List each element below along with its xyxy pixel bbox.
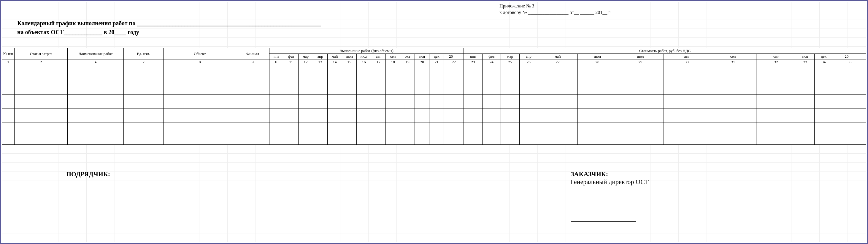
vol-may: май (327, 54, 342, 59)
cost-mar: мар (501, 54, 519, 59)
cn-4: 4 (67, 59, 124, 65)
cost-may: май (538, 54, 578, 59)
appendix-line1: Приложение № 3 (499, 3, 611, 9)
cost-oct: окт (756, 54, 796, 59)
cn-21: 21 (429, 59, 444, 65)
col-number: № п/п (2, 48, 14, 59)
cn-31: 31 (710, 59, 756, 65)
vol-nov: ноя (415, 54, 429, 59)
cn-13: 13 (313, 59, 327, 65)
cn-15: 15 (342, 59, 357, 65)
col-expense: Статья затрат (14, 48, 67, 59)
vol-jun: июн (342, 54, 357, 59)
cn-9: 9 (236, 59, 269, 65)
cn-32: 32 (756, 59, 796, 65)
table-row (2, 65, 866, 94)
cn-7: 7 (124, 59, 163, 65)
customer-block: ЗАКАЗЧИК: Генеральный директор ОСТ (571, 170, 649, 222)
contractor-label: ПОДРЯДЧИК: (66, 170, 126, 178)
cn-24: 24 (482, 59, 501, 65)
contractor-signature-line (66, 205, 126, 211)
cn-27: 27 (538, 59, 578, 65)
col-workname: Наименование работ (67, 48, 124, 59)
cn-14: 14 (327, 59, 342, 65)
cost-jan: янв (464, 54, 482, 59)
title-line2: на объектах ОСТ_____________ в 20____ го… (17, 28, 321, 36)
vol-jan: янв (269, 54, 284, 59)
vol-oct: окт (400, 54, 415, 59)
vol-feb: фев (284, 54, 298, 59)
cn-22: 22 (444, 59, 464, 65)
vol-apr: апр (313, 54, 327, 59)
cn-16: 16 (357, 59, 371, 65)
title-line1: Календарный график выполнения работ по _… (17, 19, 321, 28)
customer-label: ЗАКАЗЧИК: (571, 170, 649, 178)
cost-sep: сен (710, 54, 756, 59)
cn-8: 8 (163, 59, 236, 65)
vol-jul: июл (357, 54, 371, 59)
cn-25: 25 (501, 59, 519, 65)
cn-33: 33 (796, 59, 814, 65)
cn-35: 35 (833, 59, 866, 65)
cn-2: 2 (14, 59, 67, 65)
appendix-block: Приложение № 3 к договору № ____________… (499, 3, 611, 16)
cost-feb: фев (482, 54, 501, 59)
cn-23: 23 (464, 59, 482, 65)
cn-19: 19 (400, 59, 415, 65)
cost-dec: дек (814, 54, 833, 59)
col-number-row: 1 2 4 7 8 9 10 11 12 13 14 15 16 17 18 1… (2, 59, 866, 65)
cn-29: 29 (617, 59, 663, 65)
appendix-line2: к договору № _________________ от__ ____… (499, 9, 611, 16)
customer-subtitle: Генеральный директор ОСТ (571, 178, 649, 186)
vol-dec: дек (429, 54, 444, 59)
cn-26: 26 (519, 59, 538, 65)
cn-12: 12 (298, 59, 313, 65)
schedule-table: № п/п Статья затрат Наименование работ Е… (2, 48, 866, 145)
cn-28: 28 (578, 59, 617, 65)
col-object: Объект (163, 48, 236, 59)
contractor-block: ПОДРЯДЧИК: (66, 170, 126, 211)
cn-11: 11 (284, 59, 298, 65)
cn-30: 30 (663, 59, 710, 65)
title-block: Календарный график выполнения работ по _… (17, 19, 321, 36)
vol-sep: сен (386, 54, 400, 59)
cost-aug: авг (663, 54, 710, 59)
cn-1: 1 (2, 59, 14, 65)
cn-20: 20 (415, 59, 429, 65)
vol-aug: авг (371, 54, 386, 59)
col-branch: Филиал (236, 48, 269, 59)
cn-18: 18 (386, 59, 400, 65)
table-row (2, 108, 866, 123)
vol-mar: мар (298, 54, 313, 59)
cost-nov: ноя (796, 54, 814, 59)
cost-year: 20___ (833, 54, 866, 59)
col-unit: Ед. изм. (124, 48, 163, 59)
cn-10: 10 (269, 59, 284, 65)
cn-17: 17 (371, 59, 386, 65)
vol-year: 20___ (444, 54, 464, 59)
group-cost: Стоимость работ, руб. без НДС (464, 48, 866, 54)
cost-jun: июн (578, 54, 617, 59)
cost-jul: июл (617, 54, 663, 59)
cn-34: 34 (814, 59, 833, 65)
header-row-1: № п/п Статья затрат Наименование работ Е… (2, 48, 866, 54)
table-row (2, 94, 866, 108)
table-row (2, 123, 866, 145)
customer-signature-line (571, 215, 636, 222)
group-volume: Выполнение работ (физ.объемы) (269, 48, 464, 54)
cost-apr: апр (519, 54, 538, 59)
